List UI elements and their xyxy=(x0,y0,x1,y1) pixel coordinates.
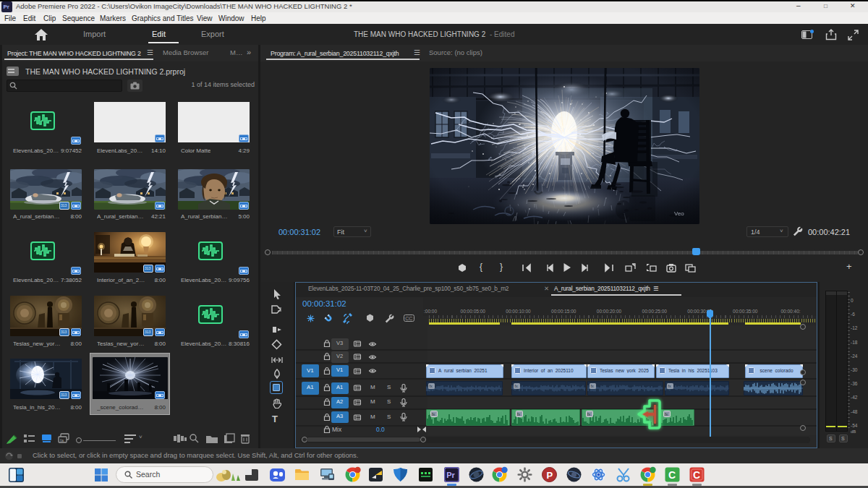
svg-text:CC: CC xyxy=(405,316,412,321)
svg-text:fa: fa xyxy=(60,438,64,442)
svg-text:Pr: Pr xyxy=(446,471,455,479)
svg-text:P: P xyxy=(547,470,553,481)
svg-text:C: C xyxy=(668,469,676,481)
svg-text:C: C xyxy=(693,469,700,481)
svg-text:Veo: Veo xyxy=(674,210,684,217)
